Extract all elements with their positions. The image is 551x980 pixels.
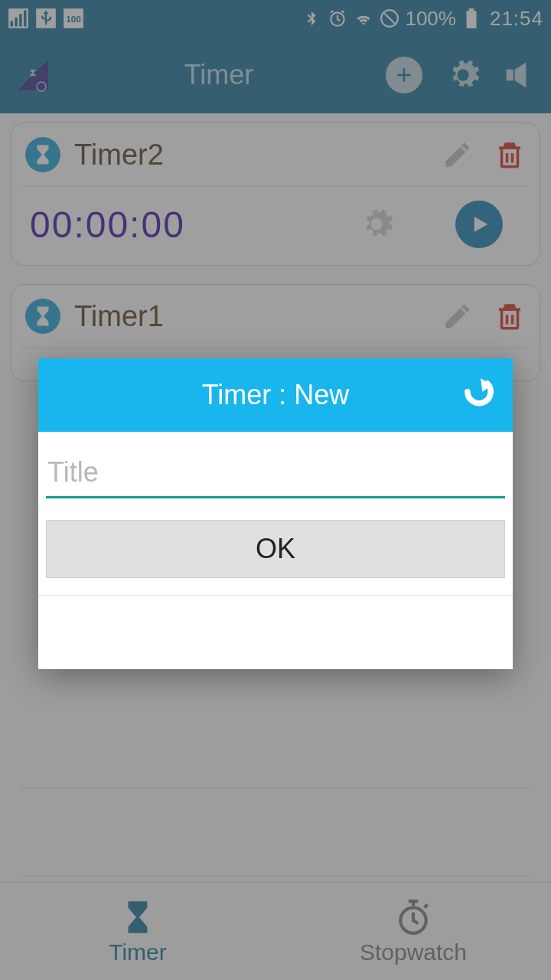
title-input[interactable] bbox=[46, 452, 505, 498]
back-button[interactable] bbox=[459, 375, 499, 415]
dialog-header: Timer : New bbox=[38, 358, 513, 432]
new-timer-dialog: Timer : New OK bbox=[38, 358, 513, 669]
ok-button[interactable]: OK bbox=[46, 520, 505, 578]
dialog-title: Timer : New bbox=[202, 379, 350, 411]
modal-overlay[interactable]: Timer : New OK bbox=[0, 0, 551, 980]
dialog-spacer bbox=[38, 596, 513, 669]
